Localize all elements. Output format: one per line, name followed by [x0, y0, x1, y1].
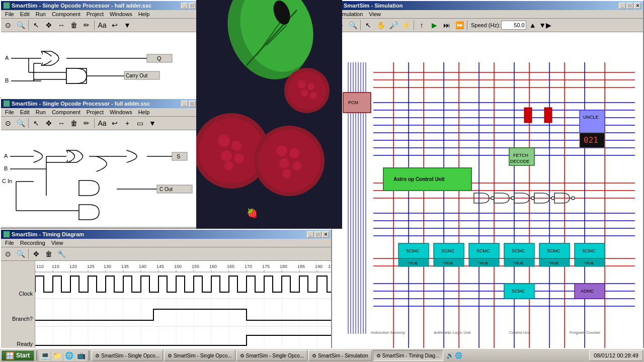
sim-tool-probe[interactable]: ⚡ — [400, 20, 412, 31]
minimize-btn[interactable]: _ — [181, 3, 188, 9]
full-adder-titlebar[interactable]: SmartSim - Single Opcode Processor - ful… — [1, 99, 205, 108]
fa-tool-search[interactable]: 🔍 — [15, 118, 27, 129]
fa-tool-cursor[interactable]: ↖ — [30, 118, 42, 129]
quicklaunch-3[interactable]: 🌐 — [63, 350, 74, 361]
taskbar-clock[interactable]: 08/01/12 00:28:49 — [589, 350, 643, 361]
full-adder-canvas[interactable]: A B C In — [1, 130, 205, 227]
taskbar-separator-2 — [89, 350, 90, 360]
fa-menu-help[interactable]: Help — [135, 109, 153, 116]
sim-tool-cursor[interactable]: ↖ — [362, 20, 374, 31]
tool-pen[interactable]: ✏ — [80, 20, 93, 31]
fa-tool-text[interactable]: Aa — [96, 118, 108, 129]
simulation-titlebar[interactable]: SmartSim - Simulation _ □ ✕ — [333, 1, 643, 10]
maximize-btn[interactable]: □ — [189, 3, 196, 9]
sim-tool-zoom[interactable]: 🔎 — [387, 20, 399, 31]
sim-tool-hand[interactable]: ✋ — [375, 20, 387, 31]
tool-delete[interactable]: 🗑 — [68, 20, 80, 31]
sim-speed-down[interactable]: ▼▶ — [539, 20, 551, 31]
menu-edit[interactable]: Edit — [17, 11, 33, 18]
menu-component[interactable]: Component — [49, 11, 84, 18]
fa-tool-move[interactable]: ✥ — [43, 118, 55, 129]
fa-tool-delete[interactable]: 🗑 — [68, 118, 80, 129]
td-tool-search[interactable]: 🔍 — [15, 248, 27, 259]
half-adder-svg: A B Q Carry Out — [1, 32, 205, 98]
sim-close-btn[interactable]: ✕ — [634, 3, 641, 9]
fa-tool-connect[interactable]: ↔ — [55, 118, 67, 129]
fa-tool-pen[interactable]: ✏ — [80, 118, 93, 129]
fa-tool-circle[interactable]: ⊙ — [2, 118, 14, 129]
taskbar-btn-5-icon: ⚙ — [376, 353, 381, 358]
tool-search[interactable]: 🔍 — [15, 20, 27, 31]
half-adder-canvas[interactable]: A B Q Carry Out — [1, 32, 205, 98]
tool-dropdown[interactable]: ▼ — [121, 20, 133, 31]
clock-label: Clock — [1, 281, 35, 306]
svg-point-44 — [199, 118, 264, 184]
tool-cursor[interactable]: ↖ — [30, 20, 42, 31]
td-menu-view[interactable]: View — [48, 239, 66, 246]
taskbar-btn-2[interactable]: ⚙ SmartSim - Single Opco... — [164, 350, 235, 361]
svg-text:SCMC: SCMC — [582, 248, 596, 253]
td-menu-file[interactable]: File — [2, 239, 17, 246]
svg-rect-120 — [333, 32, 643, 360]
svg-text:UNCLE: UNCLE — [583, 115, 599, 120]
td-tool-move[interactable]: ✥ — [30, 248, 42, 259]
menu-run[interactable]: Run — [33, 11, 49, 18]
td-tool-settings[interactable]: 🔧 — [55, 248, 67, 259]
start-button[interactable]: 🪟 Start — [1, 350, 34, 361]
tool-connect[interactable]: ↔ — [55, 20, 67, 31]
menu-windows[interactable]: Windows — [107, 11, 135, 18]
fa-tool-rect[interactable]: ▭ — [134, 118, 146, 129]
svg-point-54 — [279, 158, 289, 168]
fa-tool-arc[interactable]: ↩ — [109, 118, 121, 129]
sim-speed-up[interactable]: ▲ — [527, 20, 539, 31]
sim-minimize-btn[interactable]: _ — [619, 3, 626, 9]
td-minimize-btn[interactable]: _ — [307, 231, 314, 238]
tool-move[interactable]: ✥ — [43, 20, 55, 31]
fa-maximize-btn[interactable]: □ — [189, 101, 196, 107]
menu-project[interactable]: Project — [84, 11, 107, 18]
taskbar-btn-1[interactable]: ⚙ SmartSim - Single Opco... — [92, 350, 163, 361]
quicklaunch-1[interactable]: 💻 — [39, 350, 50, 361]
simulation-canvas[interactable]: SCMC TRUE SCMC TRUE SCMC TRUE SCMC TRUE … — [333, 32, 643, 360]
svg-text:TRUE: TRUE — [548, 261, 559, 265]
taskbar-btn-3[interactable]: ⚙ SmartSim - Single Opco... — [236, 350, 308, 361]
td-tool-delete[interactable]: 🗑 — [43, 248, 55, 259]
fa-minimize-btn[interactable]: _ — [181, 101, 188, 107]
fa-menu-project[interactable]: Project — [84, 109, 107, 116]
td-menu-recording[interactable]: Recording — [17, 239, 48, 246]
timing-waveform-area[interactable]: 110 115 120 125 130 135 140 145 150 155 … — [35, 261, 331, 360]
tool-arc[interactable]: ↩ — [109, 20, 121, 31]
menu-help[interactable]: Help — [135, 11, 153, 18]
taskbar-btn-5[interactable]: ⚙ SmartSim - Timing Diag... — [373, 350, 443, 361]
quicklaunch-4[interactable]: 📺 — [75, 350, 87, 361]
svg-text:Astro op Control Unit: Astro op Control Unit — [393, 176, 445, 182]
timing-titlebar[interactable]: SmartSim - Timing Diagram _ □ ✕ — [1, 230, 331, 239]
taskbar-btn-4[interactable]: ⚙ SmartSim - Simulation — [308, 350, 371, 361]
fa-menu-windows[interactable]: Windows — [107, 109, 135, 116]
half-adder-titlebar[interactable]: SmartSim - Single Opcode Processor - hal… — [1, 1, 205, 10]
speed-input[interactable] — [501, 21, 526, 30]
fa-menu-run[interactable]: Run — [33, 109, 49, 116]
fa-tool-dropdown[interactable]: ▼ — [146, 118, 158, 129]
quicklaunch-2[interactable]: 📁 — [51, 350, 62, 361]
sim-maximize-btn[interactable]: □ — [626, 3, 633, 9]
td-maximize-btn[interactable]: □ — [314, 231, 321, 238]
sim-menu-view[interactable]: View — [366, 11, 384, 18]
fa-menu-edit[interactable]: Edit — [17, 109, 33, 116]
td-close-btn[interactable]: ✕ — [322, 231, 329, 238]
tool-circle[interactable]: ⊙ — [2, 20, 14, 31]
sim-fast-forward[interactable]: ⏩ — [453, 20, 465, 31]
menu-file[interactable]: File — [2, 11, 17, 18]
svg-text:155: 155 — [192, 264, 199, 269]
tool-text[interactable]: Aa — [96, 20, 108, 31]
td-tool-circle[interactable]: ⊙ — [2, 248, 14, 259]
fa-tool-pin[interactable]: + — [121, 118, 133, 129]
sim-play-btn[interactable]: ▶ — [428, 20, 440, 31]
sim-step-up[interactable]: ↑ — [416, 20, 428, 31]
svg-text:TRUE: TRUE — [442, 261, 453, 265]
sim-step-forward[interactable]: ⏭ — [441, 20, 453, 31]
sim-tool-search[interactable]: 🔍 — [347, 20, 359, 31]
start-icon: 🪟 — [6, 351, 14, 359]
fa-menu-component[interactable]: Component — [49, 109, 84, 116]
fa-menu-file[interactable]: File — [2, 109, 17, 116]
